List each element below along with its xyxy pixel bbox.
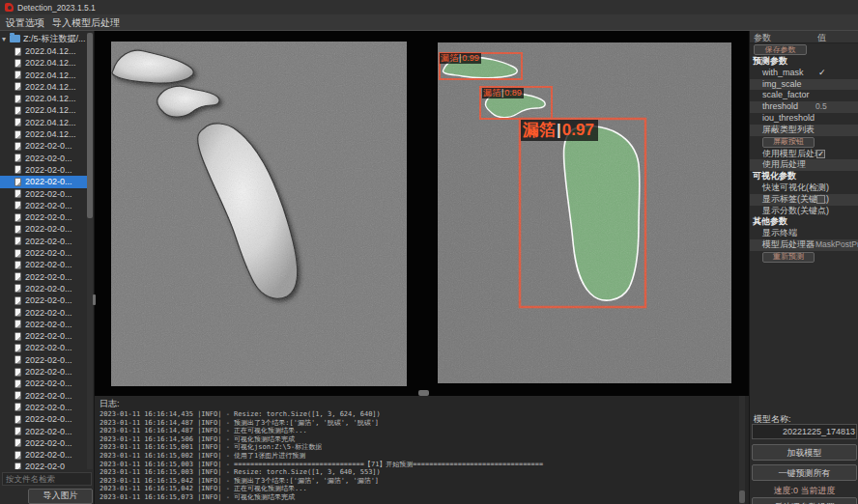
param-action-button[interactable]: 屏蔽按钮 (762, 137, 815, 148)
param-button-row: 屏蔽按钮 (750, 136, 858, 149)
tree-item-label: 2022-02-0... (25, 284, 72, 294)
tree-item[interactable]: 2022-02-0... (0, 354, 87, 366)
tree-item[interactable]: 2022-02-0... (0, 236, 87, 247)
param-row[interactable]: 模型后处理器MaskPostPro (750, 239, 858, 251)
param-row[interactable]: 使用模型后处理✓ (750, 149, 858, 160)
tree-item[interactable]: 2022-02-0... (0, 294, 87, 306)
tree-item[interactable]: 2022.04.12... (0, 93, 87, 104)
log-line: 2023-01-11 16:16:15,042 |INFO| - 正在可视化预测… (100, 485, 737, 493)
tree-item-label: 2022-02-0... (25, 237, 72, 246)
tree-item[interactable]: 2022-02-0... (0, 413, 87, 425)
tree-item[interactable]: 2022-02-0... (0, 449, 87, 461)
tree-item[interactable]: 2022-02-0... (0, 153, 87, 164)
tree-item[interactable]: 2022-02-0... (0, 176, 87, 187)
menu-item-settings[interactable]: 设置选项 (2, 16, 48, 29)
param-row[interactable]: img_scale (750, 79, 858, 91)
label-separator: | (556, 121, 562, 139)
tree-scrollbar-thumb[interactable] (87, 33, 93, 218)
param-row[interactable]: 使用后处理 (750, 159, 858, 171)
tree-item[interactable]: 2022.04.12... (0, 117, 87, 128)
param-row[interactable]: 显示分数(关键点) (750, 206, 858, 217)
tree-item[interactable]: 2022.04.12... (0, 70, 87, 81)
import-image-button[interactable]: 导入图片 (28, 489, 93, 504)
tree-item[interactable]: 2022-02-0... (0, 164, 87, 176)
tree-item[interactable]: 2022.04.12... (0, 45, 87, 57)
tree-item[interactable]: 2022-02-0... (0, 426, 87, 437)
source-image-panel[interactable] (111, 42, 407, 386)
save-params-button[interactable]: 保存参数 (754, 44, 807, 55)
file-icon (14, 165, 21, 174)
log-scrollbar[interactable] (739, 396, 745, 504)
param-section-header: 预测参数 (750, 56, 858, 68)
tree-item-label: 2022.04.12... (25, 94, 76, 103)
param-row[interactable]: threshold0.5 (750, 101, 858, 113)
tree-item[interactable]: 2022.04.12... (0, 81, 87, 93)
model-name-value[interactable]: 20221225_174813 (752, 424, 857, 439)
log-line: 2023-01-11 16:16:14,487 |INFO| - 正在可视化预测… (100, 427, 737, 435)
file-tree[interactable]: ▾Z:/5-标注数据/... 2022.04.12...2022.04.12..… (0, 33, 87, 469)
tree-item[interactable]: 2022-02-0... (0, 437, 87, 449)
tree-item[interactable]: 2022-02-0... (0, 259, 87, 270)
tree-item-label: 2022-02-0... (25, 391, 72, 401)
param-row[interactable]: 快速可视化(检测) (750, 182, 858, 194)
tree-item[interactable]: 2022.04.12... (0, 104, 87, 116)
log-scrollbar-thumb[interactable] (739, 490, 745, 503)
param-row[interactable]: 显示标签(关键点) (750, 194, 858, 206)
param-value: 0.5 (815, 101, 827, 113)
file-icon (14, 154, 21, 162)
tree-item[interactable]: 2022-02-0... (0, 140, 87, 152)
predict-all-button[interactable]: 一键预测所有 (752, 464, 857, 481)
postprocess-settings-button[interactable]: 后处理参数设置 (752, 497, 857, 504)
file-icon (14, 320, 21, 328)
param-section-header: 其他参数 (750, 216, 858, 228)
tree-item[interactable]: 2022-02-0... (0, 319, 87, 330)
log-line: 2023-01-11 16:16:15,003 |INFO| - =======… (100, 461, 737, 469)
tree-item[interactable]: 2022-02-0... (0, 200, 87, 211)
tree-item-label: 2022.04.12... (25, 129, 76, 139)
speed-progress-status: 速度:0 当前进度 (750, 485, 858, 497)
tree-item-label: 2022-02-0... (25, 438, 72, 448)
tree-item[interactable]: 2022-02-0... (0, 402, 87, 413)
tree-item[interactable]: 2022-02-0... (0, 307, 87, 319)
tree-item-label: 2022-02-0... (25, 260, 72, 269)
menu-item-import-postprocess[interactable]: 导入模型后处理 (48, 16, 124, 29)
tree-item-label: 2022.04.12... (25, 70, 76, 80)
log-line: 2023-01-11 16:16:15,003 |INFO| - Resize:… (100, 468, 737, 477)
tree-scrollbar[interactable] (87, 33, 93, 469)
log-console[interactable]: 日志: 2023-01-11 16:16:14,435 |INFO| - Res… (95, 396, 749, 504)
tree-item[interactable]: 2022-02-0... (0, 390, 87, 402)
file-icon (14, 237, 21, 245)
tree-item[interactable]: 2022.04.12... (0, 128, 87, 140)
tree-item[interactable]: 2022-02-0... (0, 247, 87, 259)
tree-item[interactable]: 2022-02-0... (0, 223, 87, 235)
tree-item[interactable]: 2022-02-0... (0, 330, 87, 342)
tree-root-folder[interactable]: ▾Z:/5-标注数据/... (0, 33, 87, 45)
param-row[interactable]: scale_factor (750, 90, 858, 101)
search-input[interactable] (2, 472, 92, 486)
checkbox-checked[interactable]: ✓ (816, 150, 825, 158)
file-icon (14, 296, 21, 305)
param-row[interactable]: 显示终端 (750, 228, 858, 239)
tree-item-label: 2022.04.12... (25, 105, 76, 115)
param-button-row: 重新预测 (750, 251, 858, 264)
tree-item[interactable]: 2022-02-0... (0, 211, 87, 223)
tree-expand-icon[interactable]: ▾ (2, 33, 10, 45)
tree-item[interactable]: 2022-02-0... (0, 378, 87, 389)
vertical-splitter-handle[interactable] (93, 294, 96, 305)
param-row[interactable]: iou_threshold (750, 113, 858, 125)
tree-item[interactable]: 2022.04.12... (0, 57, 87, 69)
tree-item-label: 2022-02-0... (25, 295, 72, 305)
tree-item[interactable]: 2022-02-0 (0, 461, 87, 469)
prediction-image-panel[interactable]: 漏箔|0.99 漏箔|0.89 漏箔|0.97 (438, 42, 731, 383)
tree-item[interactable]: 2022-02-0... (0, 188, 87, 200)
tree-item[interactable]: 2022-02-0... (0, 342, 87, 353)
param-action-button[interactable]: 重新预测 (762, 252, 815, 263)
param-row[interactable]: with_mask✓ (750, 68, 858, 79)
checkbox-empty[interactable] (816, 195, 825, 204)
tree-item[interactable]: 2022-02-0... (0, 271, 87, 283)
param-row[interactable]: 屏蔽类型列表 (750, 125, 858, 136)
tree-item[interactable]: 2022-02-0... (0, 366, 87, 378)
tree-item[interactable]: 2022-02-0... (0, 283, 87, 294)
file-icon (14, 201, 21, 210)
load-model-button[interactable]: 加载模型 (752, 444, 857, 461)
